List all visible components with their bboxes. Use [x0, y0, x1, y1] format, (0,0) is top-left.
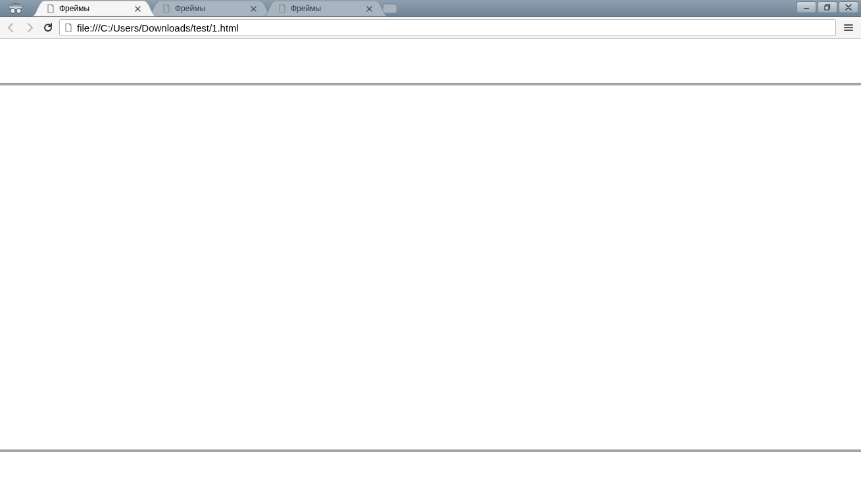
minimize-button[interactable] [797, 1, 816, 13]
svg-rect-4 [825, 6, 829, 10]
titlebar: Фреймы Фреймы Фрей [0, 0, 861, 17]
reload-button[interactable] [41, 20, 55, 35]
toolbar [0, 17, 861, 39]
window-controls [795, 1, 858, 13]
url-input[interactable] [77, 20, 831, 35]
forward-button[interactable] [22, 20, 37, 35]
incognito-icon [0, 0, 32, 16]
frame-middle [0, 85, 861, 452]
file-icon [64, 23, 73, 32]
svg-point-2 [16, 9, 21, 13]
frame-bottom [0, 452, 861, 498]
maximize-button[interactable] [818, 1, 837, 13]
back-button[interactable] [4, 20, 18, 35]
file-icon [162, 4, 171, 13]
menu-button[interactable] [840, 19, 857, 36]
file-icon [278, 4, 287, 13]
svg-point-1 [11, 9, 15, 13]
close-button[interactable] [839, 1, 858, 13]
page-viewport [0, 39, 861, 504]
tab-title: Фреймы [59, 4, 133, 13]
tab-3[interactable]: Фреймы [263, 1, 388, 16]
tab-title: Фреймы [175, 4, 249, 13]
tab-close-button[interactable] [249, 4, 258, 13]
tab-1[interactable]: Фреймы [32, 1, 157, 16]
file-icon [46, 4, 55, 13]
address-bar[interactable] [59, 19, 836, 36]
tab-title: Фреймы [291, 4, 364, 13]
tab-close-button[interactable] [133, 4, 142, 13]
frame-top [0, 39, 861, 85]
tab-close-button[interactable] [364, 4, 374, 13]
tab-2[interactable]: Фреймы [147, 1, 272, 16]
tab-strip: Фреймы Фреймы Фрей [32, 0, 399, 16]
